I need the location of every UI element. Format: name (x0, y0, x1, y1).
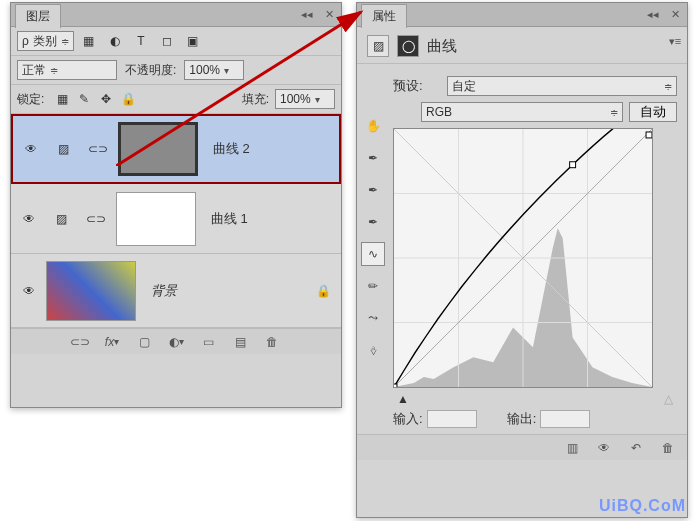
layers-blend-toolbar: 正常 ≑ 不透明度: 100% ▾ (11, 56, 341, 85)
mask-icon[interactable]: ◯ (397, 35, 419, 57)
svg-rect-10 (570, 162, 576, 168)
layer-thumb[interactable] (46, 261, 136, 321)
fx-icon[interactable]: fx▾ (103, 333, 121, 351)
lock-all-icon[interactable]: 🔒 (120, 91, 136, 107)
new-layer-icon[interactable]: ▤ (231, 333, 249, 351)
link-icon[interactable]: ⊂⊃ (86, 212, 106, 226)
opacity-value: 100% (189, 63, 220, 77)
filter-adjust-icon[interactable]: ◐ (106, 32, 124, 50)
lock-icon: 🔒 (316, 284, 331, 298)
pencil-icon[interactable]: ✏ (361, 274, 385, 298)
layer-mask-thumb[interactable] (116, 192, 196, 246)
filter-icons: ▦ ◐ T ◻ ▣ (80, 32, 202, 50)
opacity-dropdown[interactable]: 100% ▾ (184, 60, 244, 80)
filter-type-dropdown[interactable]: ρ 类别 ≑ (17, 31, 74, 51)
layer-name[interactable]: 背景 (141, 282, 311, 300)
close-icon[interactable]: ✕ (321, 6, 337, 22)
properties-panel: 属性 ◂◂ ✕ ▾≡ ▨ ◯ 曲线 ✋ ✒ ✒ ✒ ∿ ✏ ⤳ ⎀ 预设: 自定 (356, 2, 688, 518)
white-point-slider[interactable]: △ (664, 392, 673, 406)
preset-value: 自定 (452, 78, 476, 95)
search-icon: ρ (22, 34, 29, 48)
layer-mask-thumb[interactable] (118, 122, 198, 176)
opacity-label: 不透明度: (125, 62, 176, 79)
preset-dropdown[interactable]: 自定 ≑ (447, 76, 677, 96)
link-layers-icon[interactable]: ⊂⊃ (71, 333, 89, 351)
visibility-icon[interactable]: 👁 (23, 284, 35, 298)
layer-name[interactable]: 曲线 2 (203, 140, 309, 158)
collapse-icon[interactable]: ◂◂ (299, 6, 315, 22)
layer-list: 👁 ▨ ⊂⊃ 曲线 2 👁 ▨ ⊂⊃ 曲线 1 👁 背景 🔒 (11, 114, 341, 328)
filter-smart-icon[interactable]: ▣ (184, 32, 202, 50)
svg-rect-9 (394, 384, 397, 387)
link-icon[interactable]: ⊂⊃ (88, 142, 108, 156)
output-value-field[interactable] (540, 410, 590, 428)
curves-icon: ▨ (367, 35, 389, 57)
adjustment-icon[interactable]: ◐▾ (167, 333, 185, 351)
lock-pixels-icon[interactable]: ✎ (76, 91, 92, 107)
chevron-down-icon: ≑ (61, 36, 69, 47)
visibility-icon[interactable]: 👁 (25, 142, 37, 156)
layer-row[interactable]: 👁 ▨ ⊂⊃ 曲线 2 (11, 114, 341, 184)
hand-icon[interactable]: ✋ (361, 114, 385, 138)
chevron-down-icon: ≑ (50, 65, 58, 76)
curves-adjust-icon: ▨ (56, 212, 67, 226)
trash-icon[interactable]: 🗑 (659, 439, 677, 457)
fill-dropdown[interactable]: 100% ▾ (275, 89, 335, 109)
preset-label: 预设: (393, 77, 441, 95)
eyedropper-white-icon[interactable]: ✒ (361, 210, 385, 234)
curve-sliders: ▲ △ (393, 392, 677, 406)
menu-icon[interactable]: ▾≡ (667, 33, 683, 49)
layer-name[interactable]: 曲线 1 (201, 210, 311, 228)
fill-value: 100% (280, 92, 311, 106)
adjustment-title: 曲线 (427, 37, 457, 56)
group-icon[interactable]: ▭ (199, 333, 217, 351)
output-label: 输出: (507, 410, 537, 428)
curves-adjust-icon: ▨ (58, 142, 69, 156)
mask-icon[interactable]: ▢ (135, 333, 153, 351)
watermark: UiBQ.CoM (599, 497, 686, 515)
toggle-visibility-icon[interactable]: 👁 (595, 439, 613, 457)
clip-icon[interactable]: ⎀ (361, 338, 385, 362)
fill-label: 填充: (242, 91, 269, 108)
black-point-slider[interactable]: ▲ (397, 392, 409, 406)
curve-point-icon[interactable]: ∿ (361, 242, 385, 266)
clip-to-layer-icon[interactable]: ▥ (563, 439, 581, 457)
svg-rect-11 (646, 132, 652, 138)
filter-shape-icon[interactable]: ◻ (158, 32, 176, 50)
close-icon[interactable]: ✕ (667, 6, 683, 22)
layers-tab[interactable]: 图层 (15, 4, 61, 28)
curve-tools: ✋ ✒ ✒ ✒ ∿ ✏ ⤳ ⎀ (357, 64, 389, 434)
auto-button[interactable]: 自动 (629, 102, 677, 122)
filter-pixel-icon[interactable]: ▦ (80, 32, 98, 50)
collapse-icon[interactable]: ◂◂ (645, 6, 661, 22)
layer-row[interactable]: 👁 ▨ ⊂⊃ 曲线 1 (11, 184, 341, 254)
layer-row[interactable]: 👁 背景 🔒 (11, 254, 341, 328)
lock-position-icon[interactable]: ✥ (98, 91, 114, 107)
filter-text-icon[interactable]: T (132, 32, 150, 50)
channel-dropdown[interactable]: RGB ≑ (421, 102, 623, 122)
input-value-field[interactable] (427, 410, 477, 428)
layers-lock-toolbar: 锁定: ▦ ✎ ✥ 🔒 填充: 100% ▾ (11, 85, 341, 114)
chevron-down-icon: ▾ (315, 94, 320, 105)
chevron-down-icon: ▾ (224, 65, 229, 76)
filter-type-label: 类别 (33, 33, 57, 50)
layers-footer: ⊂⊃ fx▾ ▢ ◐▾ ▭ ▤ 🗑 (11, 328, 341, 354)
eyedropper-black-icon[interactable]: ✒ (361, 146, 385, 170)
chevron-down-icon: ≑ (610, 107, 618, 118)
curve-main: 预设: 自定 ≑ RGB ≑ 自动 (389, 64, 687, 434)
properties-footer: ▥ 👁 ↶ 🗑 (357, 434, 687, 460)
properties-panel-header: 属性 ◂◂ ✕ (357, 3, 687, 27)
adjustment-title-row: ▨ ◯ 曲线 (357, 27, 687, 64)
trash-icon[interactable]: 🗑 (263, 333, 281, 351)
curves-chart[interactable] (393, 128, 653, 388)
smooth-icon[interactable]: ⤳ (361, 306, 385, 330)
chevron-down-icon: ≑ (664, 81, 672, 92)
properties-tab[interactable]: 属性 (361, 4, 407, 28)
blend-mode-dropdown[interactable]: 正常 ≑ (17, 60, 117, 80)
reset-icon[interactable]: ↶ (627, 439, 645, 457)
panel-menu[interactable]: ▾≡ (667, 33, 683, 49)
visibility-icon[interactable]: 👁 (23, 212, 35, 226)
layers-panel-header: 图层 ◂◂ ✕ (11, 3, 341, 27)
eyedropper-gray-icon[interactable]: ✒ (361, 178, 385, 202)
lock-transparent-icon[interactable]: ▦ (54, 91, 70, 107)
